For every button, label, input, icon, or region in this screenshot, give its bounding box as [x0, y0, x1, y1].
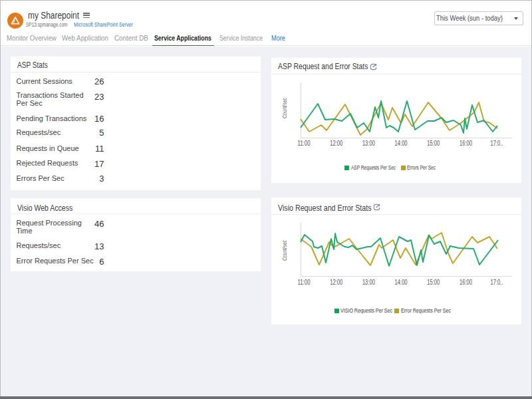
svg-text:Count/sec: Count/sec: [281, 239, 288, 261]
svg-text:12:00: 12:00: [330, 140, 342, 147]
svg-text:11:00: 11:00: [298, 279, 311, 286]
svg-text:17:0..: 17:0..: [491, 279, 503, 286]
svg-text:15:00: 15:00: [427, 140, 440, 147]
svg-text:15:00: 15:00: [427, 279, 440, 286]
svg-text:17:0..: 17:0..: [491, 140, 503, 147]
svg-text:12:00: 12:00: [330, 279, 342, 286]
svg-text:16:00: 16:00: [460, 140, 472, 147]
svg-text:14:00: 14:00: [395, 140, 408, 147]
svg-text:16:00: 16:00: [460, 279, 472, 286]
svg-text:13:00: 13:00: [362, 279, 375, 286]
svg-text:13:00: 13:00: [362, 140, 375, 147]
svg-text:Count/sec: Count/sec: [281, 97, 288, 118]
svg-text:14:00: 14:00: [395, 279, 408, 286]
svg-text:11:00: 11:00: [298, 140, 311, 147]
